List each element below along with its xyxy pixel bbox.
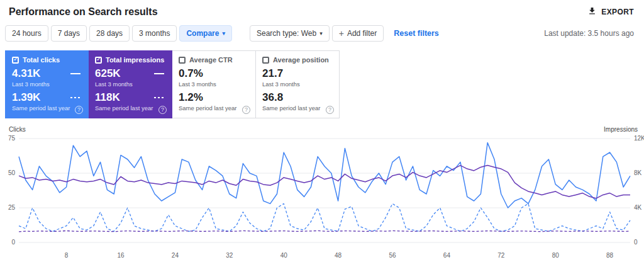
reset-filters-link[interactable]: Reset filters <box>394 29 439 38</box>
date-range-24-hours[interactable]: 24 hours <box>5 25 48 42</box>
svg-text:32: 32 <box>226 252 233 259</box>
svg-text:50: 50 <box>8 169 16 176</box>
svg-text:0: 0 <box>11 239 15 246</box>
average-ctr-checkbox[interactable] <box>179 57 186 64</box>
average-position-checkbox[interactable] <box>262 57 269 64</box>
export-label: EXPORT <box>601 8 634 16</box>
filter-bar: 24 hours 7 days 28 days 3 months Compare… <box>0 20 644 42</box>
svg-text:25: 25 <box>8 204 16 211</box>
svg-text:40: 40 <box>280 252 288 259</box>
help-icon[interactable]: ? <box>158 106 167 114</box>
metric-value: 118K <box>95 91 120 104</box>
add-filter-button[interactable]: + Add filter <box>332 25 384 42</box>
svg-text:12K: 12K <box>634 135 644 142</box>
svg-text:56: 56 <box>389 252 396 259</box>
help-icon[interactable]: ? <box>326 106 334 114</box>
right-axis-title: Impressions <box>604 126 638 133</box>
metric-value: 36.8 <box>262 91 283 104</box>
svg-text:4K: 4K <box>634 204 642 211</box>
metric-card-average-ctr[interactable]: Average CTR 0.7% Last 3 months 1.2% Same… <box>172 50 256 118</box>
svg-text:8K: 8K <box>634 169 642 176</box>
plus-icon: + <box>339 28 344 38</box>
help-icon[interactable]: ? <box>242 106 250 114</box>
svg-text:64: 64 <box>443 252 451 259</box>
metric-value: 21.7 <box>262 67 283 80</box>
metric-value: 1.2% <box>179 91 203 104</box>
export-button[interactable]: EXPORT <box>587 6 634 18</box>
svg-text:80: 80 <box>552 252 560 259</box>
total-impressions-checkbox[interactable] <box>95 57 102 64</box>
svg-text:24: 24 <box>172 252 179 259</box>
page-header: Performance on Search results EXPORT <box>0 0 644 20</box>
date-range-3-months[interactable]: 3 months <box>132 25 177 42</box>
date-range-28-days[interactable]: 28 days <box>89 25 130 42</box>
metric-value: 625K <box>95 67 121 80</box>
metric-value: 0.7% <box>179 67 203 80</box>
svg-text:75: 75 <box>8 135 16 142</box>
svg-text:0: 0 <box>634 239 638 246</box>
svg-text:16: 16 <box>117 252 125 259</box>
date-range-7-days[interactable]: 7 days <box>51 25 87 42</box>
help-icon[interactable]: ? <box>75 106 83 114</box>
solid-line-icon <box>154 73 164 74</box>
chevron-down-icon: ▾ <box>222 30 225 37</box>
solid-line-icon <box>70 73 80 74</box>
metric-cards: Total clicks 4.31K Last 3 months 1.39K S… <box>5 50 644 118</box>
svg-text:8: 8 <box>65 252 69 259</box>
total-clicks-checkbox[interactable] <box>12 57 19 64</box>
metric-card-total-impressions[interactable]: Total impressions 625K Last 3 months 118… <box>89 50 172 118</box>
page-title: Performance on Search results <box>9 6 158 18</box>
metric-value: 1.39K <box>12 91 40 104</box>
download-icon <box>587 6 597 18</box>
last-update-text: Last update: 3.5 hours ago <box>544 29 634 38</box>
dashed-line-icon <box>70 97 80 98</box>
search-type-dropdown[interactable]: Search type: Web ▾ <box>250 25 330 42</box>
performance-chart[interactable]: Clicks Impressions 00254K508K7512K816243… <box>0 126 644 274</box>
compare-button[interactable]: Compare ▾ <box>179 25 232 42</box>
metric-value: 4.31K <box>12 67 40 80</box>
left-axis-title: Clicks <box>9 126 26 133</box>
line-chart[interactable]: 00254K508K7512K816243240485664728088 <box>0 135 644 272</box>
svg-text:72: 72 <box>497 252 505 259</box>
svg-text:48: 48 <box>335 252 342 259</box>
metric-card-average-position[interactable]: Average position 21.7 Last 3 months 36.8… <box>256 50 340 118</box>
dashed-line-icon <box>154 97 164 98</box>
svg-text:88: 88 <box>606 252 614 259</box>
metric-card-total-clicks[interactable]: Total clicks 4.31K Last 3 months 1.39K S… <box>5 50 89 118</box>
chevron-down-icon: ▾ <box>319 30 323 37</box>
